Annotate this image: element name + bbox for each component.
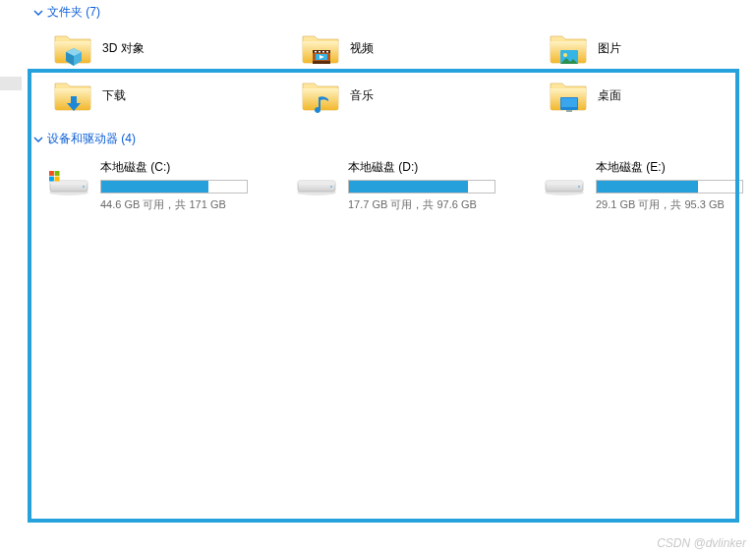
folder-item-downloads[interactable]: 下载 xyxy=(49,72,297,119)
folder-label: 下载 xyxy=(102,87,126,104)
desktop-icon xyxy=(549,78,588,113)
svg-rect-15 xyxy=(50,181,87,185)
music-icon xyxy=(301,78,340,113)
drive-usage-bar xyxy=(596,180,743,194)
svg-rect-20 xyxy=(55,177,60,182)
svg-rect-6 xyxy=(326,51,328,53)
svg-rect-11 xyxy=(561,98,577,107)
folder-label: 桌面 xyxy=(598,87,621,104)
downloads-icon xyxy=(53,78,92,113)
svg-point-28 xyxy=(578,186,580,188)
sidebar-stub xyxy=(0,77,22,90)
svg-rect-17 xyxy=(49,171,54,176)
drive-name: 本地磁盘 (C:) xyxy=(100,159,287,176)
drive-icon xyxy=(47,169,90,204)
chevron-down-icon xyxy=(33,135,43,144)
drive-usage-bar xyxy=(100,180,248,194)
folder-item-pictures[interactable]: 图片 xyxy=(545,25,756,72)
svg-rect-3 xyxy=(315,51,317,53)
chevron-down-icon xyxy=(33,8,43,18)
svg-point-24 xyxy=(330,186,332,188)
drive-usage-bar xyxy=(348,180,495,194)
folder-label: 3D 对象 xyxy=(102,40,145,57)
folder-label: 音乐 xyxy=(350,87,374,104)
svg-rect-2 xyxy=(313,61,330,64)
folder-item-desktop[interactable]: 桌面 xyxy=(545,72,756,119)
drive-subtext: 17.7 GB 可用，共 97.6 GB xyxy=(348,197,535,212)
svg-rect-27 xyxy=(546,181,583,185)
3dobjects-icon xyxy=(53,30,92,66)
drive-subtext: 29.1 GB 可用，共 95.3 GB xyxy=(596,197,756,212)
drives-section-header[interactable]: 设备和驱动器 (4) xyxy=(0,119,756,151)
svg-point-16 xyxy=(83,186,85,188)
drive-item-2[interactable]: 本地磁盘 (E:) 29.1 GB 可用，共 95.3 GB xyxy=(539,151,756,218)
drive-subtext: 44.6 GB 可用，共 171 GB xyxy=(100,197,287,212)
drive-item-0[interactable]: 本地磁盘 (C:) 44.6 GB 可用，共 171 GB xyxy=(43,151,291,218)
drive-name: 本地磁盘 (E:) xyxy=(596,159,756,176)
folders-section-label: 文件夹 (7) xyxy=(47,4,100,21)
svg-rect-23 xyxy=(298,181,335,185)
svg-rect-4 xyxy=(319,51,320,53)
drive-icon xyxy=(543,169,586,204)
svg-point-9 xyxy=(563,53,567,57)
drive-name: 本地磁盘 (D:) xyxy=(348,159,535,176)
svg-rect-12 xyxy=(566,110,572,112)
folder-item-music[interactable]: 音乐 xyxy=(297,72,545,119)
drive-item-1[interactable]: 本地磁盘 (D:) 17.7 GB 可用，共 97.6 GB xyxy=(291,151,539,218)
folder-item-3dobjects[interactable]: 3D 对象 xyxy=(49,25,297,72)
folders-section-header[interactable]: 文件夹 (7) xyxy=(0,0,756,25)
drive-icon xyxy=(295,169,338,204)
folder-label: 图片 xyxy=(598,40,621,57)
svg-rect-19 xyxy=(49,177,54,182)
svg-rect-5 xyxy=(322,51,324,53)
drives-section-label: 设备和驱动器 (4) xyxy=(47,131,136,147)
videos-icon xyxy=(301,30,340,66)
folder-item-videos[interactable]: 视频 xyxy=(297,25,545,72)
svg-rect-18 xyxy=(55,171,60,176)
watermark: CSDN @dvlinker xyxy=(657,536,746,550)
pictures-icon xyxy=(549,30,588,66)
folder-label: 视频 xyxy=(350,40,374,57)
